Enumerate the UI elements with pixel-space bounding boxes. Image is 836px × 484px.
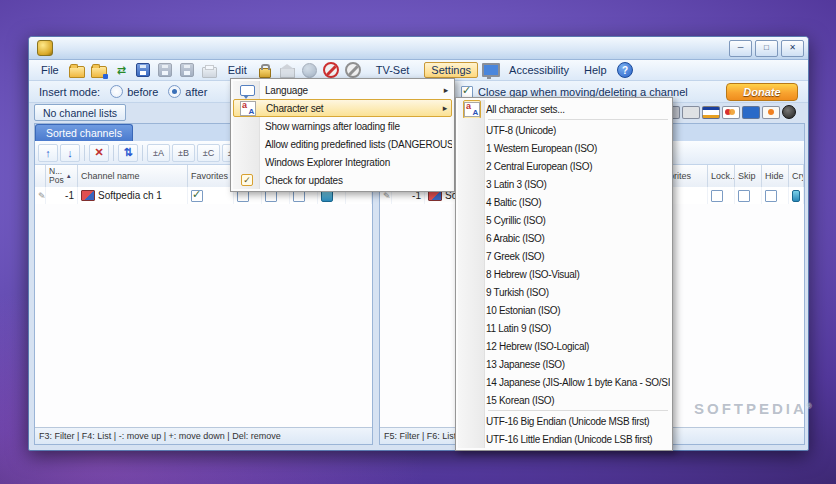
charset-item-arabic[interactable]: 6 Arabic (ISO): [458, 229, 670, 247]
mastercard-icon[interactable]: [722, 106, 740, 119]
menu-item-allow-editing[interactable]: Allow editing predefined lists (DANGEROU…: [233, 135, 452, 153]
skip-checkbox[interactable]: [738, 190, 750, 202]
charset-item-label: 9 Turkish (ISO): [486, 287, 549, 298]
fav-a-button[interactable]: ±A: [147, 144, 170, 162]
insert-mode-label: Insert mode:: [39, 86, 100, 98]
minimize-button[interactable]: ─: [729, 40, 752, 57]
row-lock-cell[interactable]: [708, 187, 735, 204]
globe-button[interactable]: [300, 61, 319, 79]
fav-b-button[interactable]: ±B: [172, 144, 195, 162]
save-as-button[interactable]: [156, 61, 175, 79]
folder-add-icon: [91, 66, 107, 78]
charset-item-hebrew-visual[interactable]: 8 Hebrew (ISO-Visual): [458, 265, 670, 283]
print-button[interactable]: [200, 61, 219, 79]
language-icon: [240, 85, 255, 96]
radio-before[interactable]: [110, 85, 123, 98]
fav-c-button[interactable]: ±C: [197, 144, 220, 162]
help-icon: ?: [617, 62, 633, 78]
row-pos-cell[interactable]: -1: [46, 187, 78, 204]
charset-item-label: 10 Estonian (ISO): [486, 305, 560, 316]
menu-tv-set[interactable]: TV-Set: [370, 62, 416, 78]
menu-accessibility[interactable]: Accessibility: [503, 62, 575, 78]
secure-badge-icon[interactable]: [782, 105, 796, 119]
tab-sorted-channels[interactable]: Sorted channels: [35, 124, 133, 141]
close-button[interactable]: ✕: [781, 40, 804, 57]
charset-item-utf16-be[interactable]: UTF-16 Big Endian (Unicode MSB first): [458, 412, 670, 430]
no-channel-lists-button[interactable]: No channel lists: [34, 104, 126, 121]
add-list-icon[interactable]: [90, 61, 109, 79]
column-channel-name[interactable]: Channel name: [78, 165, 188, 187]
move-up-button[interactable]: ↑: [38, 144, 58, 162]
row-name-cell[interactable]: Softpedia ch 1: [78, 187, 188, 204]
charset-item-greek[interactable]: 7 Greek (ISO): [458, 247, 670, 265]
row-skip-cell[interactable]: [735, 187, 762, 204]
charset-item-japanese-jis[interactable]: 14 Japanese (JIS-Allow 1 byte Kana - SO/…: [458, 373, 670, 391]
amex-card-icon[interactable]: [742, 106, 760, 119]
visa-card-icon[interactable]: [702, 106, 720, 119]
menu-item-character-set[interactable]: Character set ▸: [233, 99, 452, 117]
card-icon-3[interactable]: [682, 106, 700, 119]
toolbar-separator: [84, 145, 85, 161]
column-lock[interactable]: Lock...: [708, 165, 735, 187]
column-favorites[interactable]: Favorites: [188, 165, 234, 187]
remove-channel-button[interactable]: ✕: [89, 144, 109, 162]
charset-item-utf8[interactable]: UTF-8 (Unicode): [458, 121, 670, 139]
charset-item-latin3[interactable]: 3 Latin 3 (ISO): [458, 175, 670, 193]
left-grid-body[interactable]: [35, 204, 372, 427]
menu-item-explorer-integration[interactable]: Windows Explorer Integration: [233, 153, 452, 171]
charset-item-hebrew-logical[interactable]: 12 Hebrew (ISO-Logical): [458, 337, 670, 355]
row-hide-cell[interactable]: [762, 187, 789, 204]
favorite-checkbox[interactable]: [191, 190, 203, 202]
charset-item-baltic[interactable]: 4 Baltic (ISO): [458, 193, 670, 211]
charset-item-central-european[interactable]: 2 Central European (ISO): [458, 157, 670, 175]
column-crypt[interactable]: Cryp...: [789, 165, 804, 187]
sort-icon: ⇅: [123, 146, 132, 159]
menu-settings[interactable]: Settings: [424, 62, 478, 78]
charset-item-latin9[interactable]: 11 Latin 9 (ISO): [458, 319, 670, 337]
charset-item-western-european[interactable]: 1 Western European (ISO): [458, 139, 670, 157]
move-down-button[interactable]: ↓: [60, 144, 80, 162]
check-glyph: ✓: [243, 176, 250, 185]
bank-button[interactable]: [278, 61, 297, 79]
reload-button[interactable]: ⇄: [112, 61, 131, 79]
save-button[interactable]: [134, 61, 153, 79]
disable-button[interactable]: [344, 61, 363, 79]
charset-item-label: 8 Hebrew (ISO-Visual): [486, 269, 580, 280]
registered-mark: ®: [807, 402, 812, 409]
radio-before-label[interactable]: before: [127, 86, 158, 98]
radio-after[interactable]: [168, 85, 181, 98]
charset-item-all[interactable]: All character sets...: [458, 100, 670, 118]
donate-button[interactable]: Donate: [726, 83, 798, 101]
help-button[interactable]: ?: [616, 61, 635, 79]
monitor-button[interactable]: [481, 61, 500, 79]
charset-item-cyrillic[interactable]: 5 Cyrillic (ISO): [458, 211, 670, 229]
hide-checkbox[interactable]: [765, 190, 777, 202]
character-set-icon: [464, 102, 480, 117]
charset-item-japanese[interactable]: 13 Japanese (ISO): [458, 355, 670, 373]
column-pos[interactable]: N...Pos ▲: [46, 165, 78, 187]
renumber-button[interactable]: ⇅: [118, 144, 138, 162]
lock-checkbox[interactable]: [711, 190, 723, 202]
column-hide[interactable]: Hide: [762, 165, 789, 187]
lock-button[interactable]: [256, 61, 275, 79]
charset-item-estonian[interactable]: 10 Estonian (ISO): [458, 301, 670, 319]
menu-item-check-updates[interactable]: ✓ Check for updates: [233, 171, 452, 189]
charset-item-turkish[interactable]: 9 Turkish (ISO): [458, 283, 670, 301]
row-favorites-cell[interactable]: [188, 187, 234, 204]
export-button[interactable]: [178, 61, 197, 79]
charset-item-utf16-le[interactable]: UTF-16 Little Endian (Unicode LSB first): [458, 430, 670, 448]
titlebar[interactable]: ─ □ ✕: [29, 37, 808, 60]
column-skip[interactable]: Skip: [735, 165, 762, 187]
radio-after-label[interactable]: after: [185, 86, 207, 98]
maximize-button[interactable]: □: [755, 40, 778, 57]
open-file-icon[interactable]: [68, 61, 87, 79]
menu-item-show-warnings[interactable]: Show warnings after loading file: [233, 117, 452, 135]
discover-card-icon[interactable]: [762, 106, 780, 119]
menu-file[interactable]: File: [35, 62, 65, 78]
menu-item-language[interactable]: Language ▸: [233, 81, 452, 99]
menu-help[interactable]: Help: [578, 62, 613, 78]
menu-edit[interactable]: Edit: [222, 62, 253, 78]
charset-item-korean[interactable]: 15 Korean (ISO): [458, 391, 670, 409]
block-button[interactable]: [322, 61, 341, 79]
column-pin[interactable]: [35, 165, 46, 187]
